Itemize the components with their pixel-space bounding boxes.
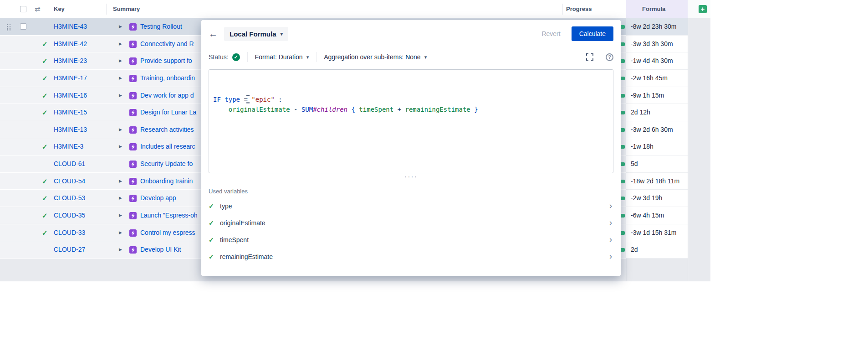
epic-icon [129, 92, 137, 99]
variable-check-icon: ✓ [209, 219, 220, 227]
done-check-icon: ✓ [42, 87, 48, 104]
column-divider [688, 0, 688, 281]
select-all-checkbox[interactable] [20, 6, 26, 12]
formula-cell: -9w 1h 15m [626, 87, 688, 104]
editor-resize-handle[interactable]: ···· [201, 173, 621, 181]
row-checkbox[interactable] [20, 23, 26, 30]
issue-summary-link[interactable]: Includes all researc [140, 138, 195, 155]
epic-icon [129, 126, 137, 134]
fullscreen-icon[interactable] [586, 53, 594, 61]
grid-header: ⇄ Key Summary Progress Formula + [0, 0, 710, 18]
help-icon[interactable]: ? [606, 53, 613, 61]
dialog-toolbar: Status: ✓ Format: Duration ▾ Aggregation… [201, 47, 621, 67]
expand-arrow-icon[interactable]: ▶ [119, 52, 122, 70]
issue-key-link[interactable]: H3MINE-23 [54, 52, 87, 70]
expand-arrow-icon[interactable]: ▶ [119, 241, 122, 259]
swap-columns-icon[interactable]: ⇄ [35, 0, 41, 18]
column-header-summary[interactable]: Summary [113, 0, 140, 18]
expand-arrow-icon[interactable]: ▶ [119, 173, 122, 190]
issue-key-link[interactable]: H3MINE-42 [54, 36, 87, 53]
expand-arrow-icon[interactable]: ▶ [119, 207, 122, 224]
expand-arrow-icon[interactable]: ▶ [119, 121, 122, 139]
formula-cell: -1w 18h [626, 138, 688, 155]
expand-arrow-icon[interactable]: ▶ [119, 70, 122, 87]
variable-name: timeSpent [220, 236, 249, 244]
epic-icon [129, 195, 137, 202]
text-cursor-icon [245, 95, 250, 103]
done-check-icon: ✓ [42, 138, 48, 155]
issue-key-link[interactable]: H3MINE-17 [54, 70, 87, 87]
expand-arrow-icon[interactable]: ▶ [119, 36, 122, 53]
column-header-formula[interactable]: Formula [626, 0, 688, 18]
done-check-icon: ✓ [42, 173, 48, 190]
issue-summary-link[interactable]: Testing Rollout [140, 18, 182, 36]
issue-key-link[interactable]: CLOUD-54 [54, 173, 85, 190]
formula-value: 5d [631, 155, 638, 173]
calculate-button[interactable]: Calculate [572, 26, 613, 41]
variable-name: remainingEstimate [220, 253, 273, 260]
issue-key-link[interactable]: H3MINE-13 [54, 121, 87, 139]
epic-icon [129, 109, 137, 116]
issue-summary-link[interactable]: Develop UI Kit [140, 241, 181, 259]
issue-summary-link[interactable]: Provide support fo [140, 52, 192, 70]
toolbar-separator [316, 52, 317, 62]
formula-cell: -8w 2d 23h 30m [626, 18, 688, 36]
issue-summary-link[interactable]: Control my espress [140, 224, 195, 242]
chevron-right-icon: › [609, 235, 612, 244]
issue-key-link[interactable]: CLOUD-61 [54, 155, 85, 173]
formula-code-editor[interactable]: IF type = "epic" : originalEstimate - SU… [209, 69, 613, 173]
epic-icon [129, 57, 137, 65]
header-separator [562, 4, 563, 15]
used-variable-row[interactable]: ✓ originalEstimate › [201, 214, 621, 231]
issue-key-link[interactable]: H3MINE-43 [54, 18, 87, 36]
issue-summary-link[interactable]: Launch "Espress-oh [140, 207, 198, 224]
used-variable-row[interactable]: ✓ type › [201, 197, 621, 214]
done-check-icon: ✓ [42, 52, 48, 70]
issue-key-link[interactable]: CLOUD-35 [54, 207, 85, 224]
issue-summary-link[interactable]: Security Update fo [140, 155, 193, 173]
expand-arrow-icon[interactable]: ▶ [119, 138, 122, 155]
issue-key-link[interactable]: H3MINE-15 [54, 104, 87, 121]
issue-summary-link[interactable]: Dev work for app d [140, 87, 194, 104]
aggregation-dropdown[interactable]: Aggregation over sub-items: None ▾ [324, 53, 427, 61]
column-header-key[interactable]: Key [54, 0, 65, 18]
variable-name: type [220, 202, 232, 210]
epic-icon [129, 143, 137, 150]
issue-key-link[interactable]: H3MINE-16 [54, 87, 87, 104]
issue-key-link[interactable]: CLOUD-33 [54, 224, 85, 242]
revert-button[interactable]: Revert [541, 30, 560, 37]
issue-summary-link[interactable]: Training, onboardin [140, 70, 195, 87]
formula-value: -18w 2d 18h 11m [631, 173, 679, 190]
issue-summary-link[interactable]: Research activities [140, 121, 194, 139]
back-arrow-icon[interactable]: ← [209, 29, 218, 39]
expand-arrow-icon[interactable]: ▶ [119, 224, 122, 242]
chevron-right-icon: › [609, 201, 612, 211]
formula-value: -3w 2d 6h 30m [631, 121, 673, 139]
issue-key-link[interactable]: H3MINE-3 [54, 138, 83, 155]
add-column-button[interactable]: + [688, 0, 710, 18]
formula-value: -8w 2d 23h 30m [631, 18, 676, 36]
formula-cell: -6w 4h 15m [626, 207, 688, 224]
drag-handle-icon[interactable] [6, 23, 11, 31]
expand-arrow-icon[interactable]: ▶ [119, 18, 122, 36]
expand-arrow-icon[interactable]: ▶ [119, 190, 122, 207]
issue-summary-link[interactable]: Design for Lunar La [140, 104, 196, 121]
used-variable-row[interactable]: ✓ timeSpent › [201, 231, 621, 248]
used-variable-row[interactable]: ✓ remainingEstimate › [201, 248, 621, 265]
column-header-progress[interactable]: Progress [566, 0, 592, 18]
formula-cell: -3w 1d 15h 31m [626, 224, 688, 242]
formula-value: -3w 3d 3h 30m [631, 36, 673, 53]
issue-key-link[interactable]: CLOUD-27 [54, 241, 85, 259]
issue-summary-link[interactable]: Connectivity and R [140, 36, 194, 53]
epic-icon [129, 229, 137, 237]
format-dropdown[interactable]: Format: Duration ▾ [255, 53, 309, 61]
expand-arrow-icon[interactable]: ▶ [119, 87, 122, 104]
dialog-header: ← Local Formula ▾ Revert Calculate [201, 20, 621, 47]
done-check-icon: ✓ [42, 224, 48, 242]
formula-scope-dropdown[interactable]: Local Formula ▾ [224, 27, 288, 41]
issue-key-link[interactable]: CLOUD-53 [54, 190, 85, 207]
chevron-right-icon: › [609, 218, 612, 228]
dialog-title: Local Formula [230, 30, 276, 38]
issue-summary-link[interactable]: Onboarding trainin [140, 173, 193, 190]
issue-summary-link[interactable]: Develop app [140, 190, 176, 207]
